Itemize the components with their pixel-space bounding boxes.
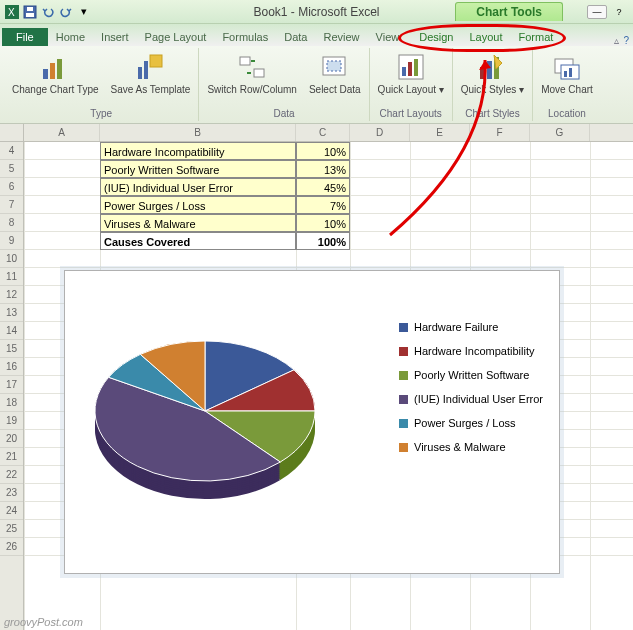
row-header-15[interactable]: 15 — [0, 340, 23, 358]
svg-rect-5 — [43, 69, 48, 79]
tab-view[interactable]: View — [368, 28, 408, 46]
svg-rect-18 — [414, 59, 418, 76]
svg-rect-9 — [144, 61, 148, 79]
row-header-17[interactable]: 17 — [0, 376, 23, 394]
col-header-G[interactable]: G — [530, 124, 590, 141]
window-title: Book1 - Microsoft Excel — [253, 5, 379, 19]
chevron-down-icon: ▾ — [439, 84, 444, 95]
row-header-16[interactable]: 16 — [0, 358, 23, 376]
watermark: groovyPost.com — [4, 616, 83, 628]
tab-layout[interactable]: Layout — [461, 28, 510, 46]
legend-swatch — [399, 347, 408, 356]
row-header-26[interactable]: 26 — [0, 538, 23, 556]
undo-icon[interactable] — [40, 4, 56, 20]
change-chart-type-button[interactable]: Change Chart Type — [10, 50, 101, 97]
qat-dropdown-icon[interactable]: ▾ — [76, 4, 92, 20]
cell-C7[interactable]: 7% — [296, 196, 350, 214]
quick-layout-icon — [396, 52, 426, 82]
cell-C4[interactable]: 10% — [296, 142, 350, 160]
legend-label: Power Surges / Loss — [414, 417, 516, 429]
cell-C5[interactable]: 13% — [296, 160, 350, 178]
excel-app-icon[interactable]: X — [4, 4, 20, 20]
ribbon-minimize-icon[interactable]: ▵ — [614, 35, 619, 46]
save-as-template-icon — [135, 52, 165, 82]
minimize-button[interactable]: — — [587, 5, 607, 19]
cell-B6[interactable]: (IUE) Individual User Error — [100, 178, 296, 196]
legend-swatch — [399, 419, 408, 428]
column-headers: A B C D E F G — [24, 124, 633, 142]
legend-label: Viruses & Malware — [414, 441, 506, 453]
legend-label: Hardware Incompatibility — [414, 345, 534, 357]
row-headers: 4567891011121314151617181920212223242526 — [0, 142, 24, 630]
legend-label: Poorly Written Software — [414, 369, 529, 381]
embedded-chart[interactable]: Hardware FailureHardware Incompatibility… — [64, 270, 560, 574]
cell-C8[interactable]: 10% — [296, 214, 350, 232]
chevron-down-icon: ▾ — [519, 84, 524, 95]
row-header-10[interactable]: 10 — [0, 250, 23, 268]
row-header-11[interactable]: 11 — [0, 268, 23, 286]
row-header-19[interactable]: 19 — [0, 412, 23, 430]
cell-C6[interactable]: 45% — [296, 178, 350, 196]
legend-swatch — [399, 395, 408, 404]
switch-row-column-button[interactable]: Switch Row/Column — [205, 50, 298, 97]
col-header-A[interactable]: A — [24, 124, 100, 141]
ribbon-help-icon[interactable]: ? — [623, 35, 629, 46]
svg-rect-16 — [402, 67, 406, 76]
quick-styles-button[interactable]: Quick Styles ▾ — [459, 50, 526, 97]
tab-review[interactable]: Review — [315, 28, 367, 46]
tab-page-layout[interactable]: Page Layout — [137, 28, 215, 46]
quick-styles-icon — [477, 52, 507, 82]
help-button[interactable]: ? — [609, 5, 629, 19]
row-header-6[interactable]: 6 — [0, 178, 23, 196]
tab-formulas[interactable]: Formulas — [214, 28, 276, 46]
cell-B8[interactable]: Viruses & Malware — [100, 214, 296, 232]
cell-C9[interactable]: 100% — [296, 232, 350, 250]
change-chart-type-icon — [40, 52, 70, 82]
save-icon[interactable] — [22, 4, 38, 20]
tab-insert[interactable]: Insert — [93, 28, 137, 46]
legend-item: Poorly Written Software — [399, 369, 543, 381]
col-header-C[interactable]: C — [296, 124, 350, 141]
row-header-23[interactable]: 23 — [0, 484, 23, 502]
row-header-4[interactable]: 4 — [0, 142, 23, 160]
row-header-7[interactable]: 7 — [0, 196, 23, 214]
svg-rect-10 — [150, 55, 162, 67]
ribbon-group-chart-styles: Quick Styles ▾ Chart Styles — [453, 48, 533, 121]
cell-B9[interactable]: Causes Covered — [100, 232, 296, 250]
svg-rect-24 — [564, 71, 567, 77]
svg-rect-25 — [569, 68, 572, 77]
tab-data[interactable]: Data — [276, 28, 315, 46]
redo-icon[interactable] — [58, 4, 74, 20]
move-chart-button[interactable]: Move Chart — [539, 50, 595, 97]
worksheet[interactable]: Hardware FailureHardware Incompatibility… — [24, 142, 633, 630]
row-header-13[interactable]: 13 — [0, 304, 23, 322]
row-header-20[interactable]: 20 — [0, 430, 23, 448]
save-as-template-button[interactable]: Save As Template — [109, 50, 193, 97]
row-header-5[interactable]: 5 — [0, 160, 23, 178]
tab-file[interactable]: File — [2, 28, 48, 46]
row-header-8[interactable]: 8 — [0, 214, 23, 232]
col-header-B[interactable]: B — [100, 124, 296, 141]
row-header-24[interactable]: 24 — [0, 502, 23, 520]
title-bar: X ▾ Book1 - Microsoft Excel Chart Tools … — [0, 0, 633, 24]
row-header-25[interactable]: 25 — [0, 520, 23, 538]
row-header-9[interactable]: 9 — [0, 232, 23, 250]
legend-label: (IUE) Individual User Error — [414, 393, 543, 405]
select-all-corner[interactable] — [0, 124, 24, 142]
select-data-button[interactable]: Select Data — [307, 50, 363, 97]
col-header-F[interactable]: F — [470, 124, 530, 141]
cell-B4[interactable]: Hardware Incompatibility — [100, 142, 296, 160]
tab-home[interactable]: Home — [48, 28, 93, 46]
row-header-22[interactable]: 22 — [0, 466, 23, 484]
row-header-14[interactable]: 14 — [0, 322, 23, 340]
col-header-D[interactable]: D — [350, 124, 410, 141]
row-header-21[interactable]: 21 — [0, 448, 23, 466]
row-header-18[interactable]: 18 — [0, 394, 23, 412]
tab-design[interactable]: Design — [411, 28, 461, 46]
quick-layout-button[interactable]: Quick Layout ▾ — [376, 50, 446, 97]
cell-B7[interactable]: Power Surges / Loss — [100, 196, 296, 214]
row-header-12[interactable]: 12 — [0, 286, 23, 304]
cell-B5[interactable]: Poorly Written Software — [100, 160, 296, 178]
col-header-E[interactable]: E — [410, 124, 470, 141]
tab-format[interactable]: Format — [510, 28, 561, 46]
